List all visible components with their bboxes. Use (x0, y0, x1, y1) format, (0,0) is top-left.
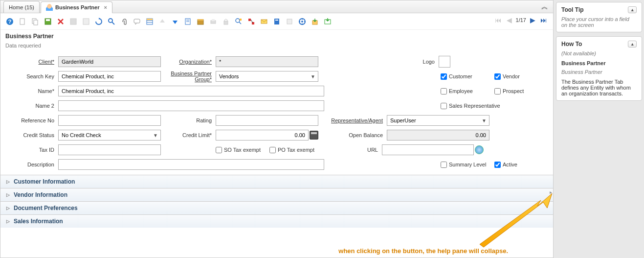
tooltip-box: Tool Tip ▴ Place your cursor into a fiel… (556, 2, 642, 32)
svg-rect-20 (198, 19, 203, 21)
name-field[interactable] (58, 86, 324, 96)
prev-record-icon: ◀ (506, 16, 513, 24)
label-refno: Reference No (5, 117, 58, 123)
label-credit-status: Credit Status (5, 132, 58, 138)
taxid-field[interactable] (58, 144, 161, 155)
howto-title: How To (561, 41, 582, 47)
employee-checkbox[interactable]: Employee (441, 88, 494, 94)
triangle-right-icon: ▷ (6, 206, 10, 211)
close-icon[interactable]: × (104, 4, 107, 10)
help-panel: Tool Tip ▴ Place your cursor into a fiel… (556, 2, 642, 105)
howto-na: (Not available) (561, 50, 637, 56)
next-record-icon[interactable]: ▶ (529, 16, 536, 24)
label-logo: Logo (409, 59, 439, 65)
active-checkbox[interactable]: Active (494, 162, 548, 168)
save-icon[interactable] (43, 16, 53, 27)
label-url: URL (327, 147, 382, 153)
refresh-icon[interactable] (93, 16, 104, 27)
delete-icon[interactable] (55, 16, 66, 27)
summary-checkbox[interactable]: Summary Level (441, 162, 494, 168)
label-repagent[interactable]: Representative/Agent (328, 117, 387, 123)
process-icon[interactable] (297, 16, 308, 27)
accordion-vendor-info[interactable]: ▷Vendor Information (0, 188, 553, 201)
import-icon[interactable] (310, 16, 320, 27)
svg-rect-31 (274, 19, 279, 24)
collapse-up-icon[interactable]: ▴ (628, 6, 637, 13)
chat-icon[interactable] (132, 16, 142, 27)
logo-box[interactable] (439, 56, 450, 68)
rating-field[interactable] (216, 115, 318, 126)
tab-bar: Home (15) Business Partner × ︽ (0, 0, 553, 13)
howto-box: How To ▴ (Not available) Business Partne… (556, 36, 642, 101)
export-icon (284, 16, 295, 27)
svg-rect-6 (46, 19, 50, 21)
status-text: Data requeried (0, 42, 553, 51)
po-tax-checkbox[interactable]: PO Tax exempt (269, 147, 323, 153)
form-area: Client* Organization* Logo Search Key Bu… (0, 51, 553, 175)
csv-import-icon[interactable] (322, 16, 333, 27)
label-rating: Rating (178, 117, 216, 123)
tab-home[interactable]: Home (15) (3, 1, 40, 13)
label-bp-group[interactable]: Business Partner Group* (165, 70, 216, 82)
detail-down-icon[interactable] (170, 16, 180, 27)
copy-icon[interactable] (30, 16, 41, 27)
undo-icon (81, 16, 91, 27)
accordion-doc-prefs[interactable]: ▷Document Preferences (0, 201, 553, 214)
tooltip-title: Tool Tip (561, 6, 584, 13)
print-icon (208, 16, 219, 27)
requests-icon[interactable] (259, 16, 269, 27)
grid-icon[interactable] (144, 16, 155, 27)
name2-field[interactable] (58, 100, 324, 111)
tab-home-label: Home (15) (9, 4, 34, 10)
record-position: 1/17 (516, 17, 526, 23)
tab-business-partner[interactable]: Business Partner × (41, 1, 112, 13)
accordion-sales-info[interactable]: ▷Sales Information (0, 214, 553, 228)
so-tax-checkbox[interactable]: SO Tax exempt (216, 147, 269, 153)
repagent-field[interactable] (387, 115, 489, 126)
label-client[interactable]: Client* (5, 59, 58, 65)
prospect-checkbox[interactable]: Prospect (494, 88, 548, 94)
report-icon[interactable] (182, 16, 193, 27)
record-navigation: ⏮ ◀ 1/17 ▶ ⏭ (494, 16, 548, 24)
label-name2: Name 2 (5, 103, 58, 109)
triangle-right-icon: ▷ (6, 192, 10, 197)
archive-icon[interactable] (195, 16, 206, 27)
last-record-icon[interactable]: ⏭ (539, 16, 548, 24)
label-credit-limit: Credit Limit* (178, 132, 216, 138)
svg-rect-4 (34, 20, 38, 25)
new-icon[interactable] (17, 16, 28, 27)
salesrep-checkbox[interactable]: Sales Representative (441, 103, 548, 109)
calculator-icon[interactable] (310, 131, 318, 140)
refno-field[interactable] (58, 115, 161, 126)
vendor-checkbox[interactable]: Vendor (494, 73, 548, 80)
label-open-balance: Open Balance (328, 132, 387, 138)
chevron-up-icon[interactable]: ︽ (541, 2, 548, 11)
globe-icon[interactable] (475, 145, 484, 154)
howto-sub: Business Partner (561, 69, 637, 75)
search-key-field[interactable] (58, 71, 161, 82)
zoom-across-icon[interactable] (233, 16, 244, 27)
svg-rect-32 (275, 20, 278, 21)
description-field[interactable] (58, 159, 324, 170)
credit-limit-field[interactable] (216, 130, 309, 141)
svg-text:?: ? (8, 19, 12, 24)
label-description: Description (5, 162, 58, 167)
active-workflow-icon[interactable] (246, 16, 257, 27)
svg-line-10 (112, 22, 114, 24)
help-pane-collapse-button[interactable]: ▸ (550, 189, 552, 195)
credit-status-field[interactable] (58, 130, 161, 141)
attachment-icon[interactable] (119, 16, 130, 27)
url-field[interactable] (382, 144, 474, 155)
help-icon[interactable]: ? (4, 16, 15, 27)
accordion-customer-info[interactable]: ▷Customer Information (0, 175, 553, 188)
save-disabled-icon (68, 16, 79, 27)
svg-rect-23 (224, 21, 228, 24)
bp-group-field[interactable] (216, 71, 318, 82)
collapse-up-icon[interactable]: ▴ (628, 41, 637, 47)
first-record-icon: ⏮ (494, 16, 503, 24)
svg-rect-26 (240, 19, 242, 21)
customer-checkbox[interactable]: Customer (441, 73, 494, 80)
label-organization[interactable]: Organization* (178, 59, 216, 65)
product-info-icon[interactable] (271, 16, 282, 27)
search-icon[interactable] (106, 16, 117, 27)
